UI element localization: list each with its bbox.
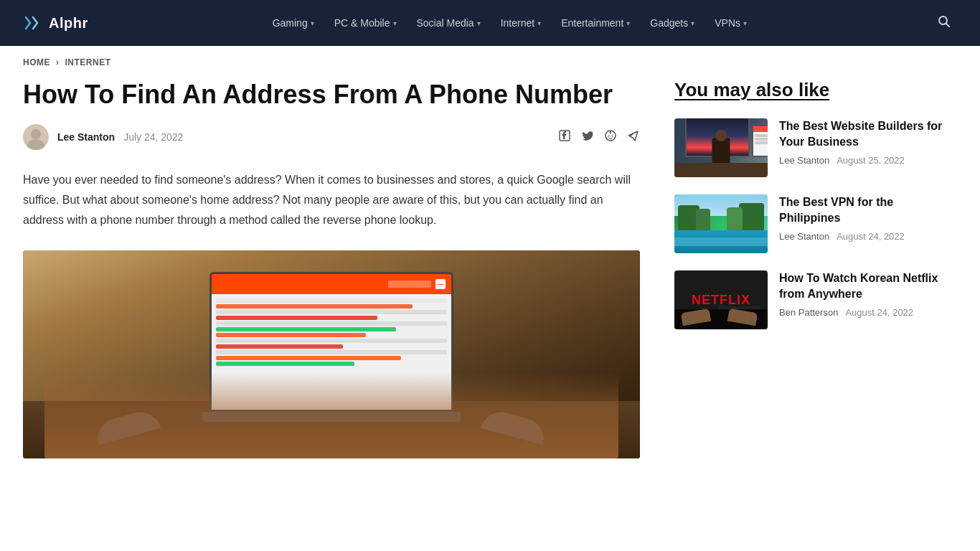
related-image-3[interactable]: NETFLIX <box>674 270 768 329</box>
monitor-small <box>752 125 768 157</box>
twitter-share-icon[interactable] <box>581 129 594 146</box>
related-card-1: The Best Website Builders for Your Busin… <box>674 118 947 177</box>
related-title-2[interactable]: The Best VPN for the Philippines <box>779 194 947 225</box>
related-meta-3: Ben Patterson August 24, 2022 <box>779 307 947 318</box>
chevron-down-icon: ▾ <box>311 19 314 27</box>
chevron-down-icon: ▾ <box>691 19 694 27</box>
related-info-1: The Best Website Builders for Your Busin… <box>779 118 947 166</box>
sidebar-title: You may also like <box>674 79 947 101</box>
article-title: How To Find An Address From A Phone Numb… <box>23 79 640 110</box>
avatar-icon <box>23 124 49 150</box>
main-nav: Gaming ▾ PC & Mobile ▾ Social Media ▾ In… <box>264 11 755 34</box>
facebook-share-icon[interactable] <box>558 129 571 146</box>
chevron-down-icon: ▾ <box>477 19 481 27</box>
nav-internet[interactable]: Internet ▾ <box>492 11 550 34</box>
related-meta-1: Lee Stanton August 25, 2022 <box>779 155 947 166</box>
related-date-3: August 24, 2022 <box>845 307 913 318</box>
related-title-3[interactable]: How To Watch Korean Netflix from Anywher… <box>779 270 947 301</box>
article-date: July 24, 2022 <box>123 131 183 143</box>
chevron-down-icon: ▾ <box>537 19 541 27</box>
related-image-2[interactable] <box>674 194 768 253</box>
article-meta: Lee Stanton July 24, 2022 <box>23 124 640 150</box>
search-icon <box>937 14 951 29</box>
meta-left: Lee Stanton July 24, 2022 <box>23 124 183 150</box>
nav-gaming[interactable]: Gaming ▾ <box>264 11 323 34</box>
breadcrumb-home[interactable]: HOME <box>23 57 50 67</box>
telegram-share-icon[interactable] <box>627 129 640 146</box>
logo[interactable]: Alphr <box>23 13 88 33</box>
social-share-icons <box>558 129 640 146</box>
nav-social-media[interactable]: Social Media ▾ <box>408 11 489 34</box>
reddit-share-icon[interactable] <box>604 129 617 146</box>
svg-point-3 <box>31 129 41 139</box>
main-layout: How To Find An Address From A Phone Numb… <box>0 73 980 487</box>
related-author-2: Lee Stanton <box>779 231 829 242</box>
chevron-down-icon: ▾ <box>626 19 630 27</box>
nav-pc-mobile[interactable]: PC & Mobile ▾ <box>326 11 405 34</box>
related-meta-2: Lee Stanton August 24, 2022 <box>779 231 947 242</box>
author-name[interactable]: Lee Stanton <box>57 131 115 143</box>
related-info-3: How To Watch Korean Netflix from Anywher… <box>779 270 947 318</box>
related-author-1: Lee Stanton <box>779 155 829 166</box>
chevron-down-icon: ▾ <box>743 19 747 27</box>
search-button[interactable] <box>931 9 957 38</box>
related-card-2: The Best VPN for the Philippines Lee Sta… <box>674 194 947 253</box>
logo-icon <box>23 13 43 33</box>
breadcrumb-separator: › <box>56 57 60 67</box>
related-info-2: The Best VPN for the Philippines Lee Sta… <box>779 194 947 242</box>
svg-point-7 <box>608 135 610 136</box>
svg-line-1 <box>946 23 949 27</box>
related-date-1: August 25, 2022 <box>837 155 905 166</box>
netflix-label: NETFLIX <box>692 293 750 308</box>
related-date-2: August 24, 2022 <box>837 231 905 242</box>
article-intro: Have you ever needed to find someone's a… <box>23 170 640 230</box>
logo-text: Alphr <box>49 15 88 32</box>
nav-gadgets[interactable]: Gadgets ▾ <box>641 11 703 34</box>
related-author-3: Ben Patterson <box>779 307 838 318</box>
sidebar: You may also like <box>674 73 947 458</box>
nav-entertainment[interactable]: Entertainment ▾ <box>552 11 639 34</box>
breadcrumb: HOME › INTERNET <box>0 46 980 73</box>
chevron-down-icon: ▾ <box>393 19 397 27</box>
article-featured-image <box>23 250 640 458</box>
breadcrumb-current: INTERNET <box>65 57 111 67</box>
related-image-1[interactable] <box>674 118 768 177</box>
related-title-1[interactable]: The Best Website Builders for Your Busin… <box>779 118 947 149</box>
related-card-3: NETFLIX How To Watch Korean Netflix from… <box>674 270 947 329</box>
avatar <box>23 124 49 150</box>
svg-point-8 <box>612 135 613 136</box>
site-header: Alphr Gaming ▾ PC & Mobile ▾ Social Medi… <box>0 0 980 46</box>
article: How To Find An Address From A Phone Numb… <box>23 73 640 458</box>
nav-vpns[interactable]: VPNs ▾ <box>706 11 755 34</box>
